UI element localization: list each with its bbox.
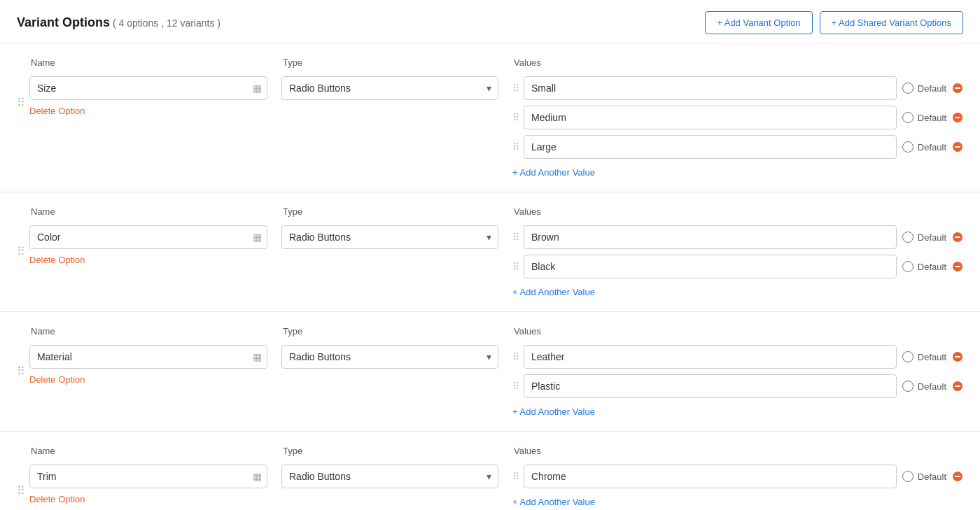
type-label-size: Type bbox=[283, 57, 500, 72]
value-drag-handle-color-1[interactable]: ⠿ bbox=[512, 262, 518, 271]
value-row-material-0: ⠿ Default bbox=[512, 345, 963, 369]
default-radio-group-size-1: Default bbox=[902, 112, 946, 123]
table-icon-trim: ▦ bbox=[253, 471, 262, 482]
name-input-material[interactable] bbox=[29, 345, 267, 369]
default-label-trim-0: Default bbox=[918, 472, 946, 482]
variant-section-material: Name Type Values ⠿ ▦ Delete Option Radio… bbox=[0, 312, 980, 432]
remove-value-button-color-0[interactable] bbox=[952, 232, 963, 243]
value-input-trim-0[interactable] bbox=[524, 465, 897, 488]
values-label-trim: Values bbox=[514, 446, 963, 460]
delete-option-material[interactable]: Delete Option bbox=[29, 374, 85, 385]
type-select-size[interactable]: Radio ButtonsDropdownSwatchesButtons bbox=[281, 76, 498, 100]
value-row-size-2: ⠿ Default bbox=[512, 135, 963, 159]
value-drag-handle-trim-0[interactable]: ⠿ bbox=[512, 472, 518, 481]
value-drag-handle-color-0[interactable]: ⠿ bbox=[512, 232, 518, 242]
remove-value-button-size-0[interactable] bbox=[952, 83, 963, 94]
value-input-size-1[interactable] bbox=[524, 106, 897, 129]
svg-rect-9 bbox=[955, 266, 960, 267]
default-radio-trim-0[interactable] bbox=[902, 471, 913, 482]
remove-value-button-material-0[interactable] bbox=[952, 351, 963, 362]
svg-rect-15 bbox=[955, 476, 960, 477]
svg-rect-5 bbox=[955, 146, 960, 148]
value-row-size-0: ⠿ Default bbox=[512, 76, 963, 100]
default-radio-group-color-1: Default bbox=[902, 261, 946, 272]
add-value-link-color[interactable]: + Add Another Value bbox=[512, 287, 595, 297]
drag-handle-material[interactable]: ⠿ bbox=[17, 360, 29, 377]
default-radio-material-1[interactable] bbox=[902, 381, 913, 392]
value-drag-handle-material-1[interactable]: ⠿ bbox=[512, 381, 518, 391]
value-row-material-1: ⠿ Default bbox=[512, 374, 963, 398]
value-input-material-1[interactable] bbox=[524, 374, 897, 398]
name-input-color[interactable] bbox=[29, 225, 267, 249]
variant-section-color: Name Type Values ⠿ ▦ Delete Option Radio… bbox=[0, 192, 980, 312]
svg-rect-7 bbox=[955, 236, 960, 238]
add-variant-option-button[interactable]: + Add Variant Option bbox=[705, 11, 812, 34]
name-input-trim[interactable] bbox=[29, 465, 267, 488]
name-label-trim: Name bbox=[31, 446, 269, 460]
type-label-material: Type bbox=[283, 326, 500, 341]
drag-handle-color[interactable]: ⠿ bbox=[17, 241, 29, 257]
delete-option-size[interactable]: Delete Option bbox=[29, 106, 85, 116]
value-input-material-0[interactable] bbox=[524, 345, 897, 369]
page-title: Variant Options bbox=[17, 15, 110, 29]
default-radio-material-0[interactable] bbox=[902, 351, 913, 362]
value-drag-handle-size-1[interactable]: ⠿ bbox=[512, 113, 518, 122]
variant-section-size: Name Type Values ⠿ ▦ Delete Option Radio… bbox=[0, 43, 980, 192]
name-input-size[interactable] bbox=[29, 76, 267, 100]
add-shared-variant-button[interactable]: + Add Shared Variant Options bbox=[820, 11, 963, 34]
svg-rect-13 bbox=[955, 385, 960, 387]
default-radio-size-2[interactable] bbox=[902, 141, 913, 153]
value-input-color-0[interactable] bbox=[524, 225, 897, 249]
value-drag-handle-size-2[interactable]: ⠿ bbox=[512, 142, 518, 152]
svg-rect-3 bbox=[955, 117, 960, 118]
type-select-material[interactable]: Radio ButtonsDropdownSwatchesButtons bbox=[281, 345, 498, 369]
add-value-link-size[interactable]: + Add Another Value bbox=[512, 167, 595, 178]
default-radio-color-0[interactable] bbox=[902, 232, 913, 243]
value-row-size-1: ⠿ Default bbox=[512, 106, 963, 129]
value-drag-handle-size-0[interactable]: ⠿ bbox=[512, 83, 518, 93]
remove-value-button-size-1[interactable] bbox=[952, 112, 963, 123]
default-radio-color-1[interactable] bbox=[902, 261, 913, 272]
header-buttons: + Add Variant Option + Add Shared Varian… bbox=[705, 11, 963, 34]
value-row-color-0: ⠿ Default bbox=[512, 225, 963, 249]
remove-value-button-color-1[interactable] bbox=[952, 261, 963, 272]
table-icon-material: ▦ bbox=[253, 351, 262, 362]
svg-rect-1 bbox=[955, 87, 960, 89]
add-value-link-material[interactable]: + Add Another Value bbox=[512, 406, 595, 417]
default-label-size-2: Default bbox=[918, 142, 946, 153]
default-label-size-0: Default bbox=[918, 83, 946, 94]
default-radio-group-trim-0: Default bbox=[902, 471, 946, 482]
page-title-group: Variant Options ( 4 options , 12 variant… bbox=[17, 15, 220, 30]
value-drag-handle-material-0[interactable]: ⠿ bbox=[512, 352, 518, 362]
values-label-color: Values bbox=[514, 206, 963, 221]
delete-option-trim[interactable]: Delete Option bbox=[29, 494, 85, 504]
type-label-color: Type bbox=[283, 206, 500, 221]
value-row-color-1: ⠿ Default bbox=[512, 255, 963, 278]
default-radio-group-size-2: Default bbox=[902, 141, 946, 153]
remove-value-button-size-2[interactable] bbox=[952, 141, 963, 153]
name-label-size: Name bbox=[31, 57, 269, 72]
default-label-color-0: Default bbox=[918, 232, 946, 243]
default-radio-size-0[interactable] bbox=[902, 83, 913, 94]
value-input-size-2[interactable] bbox=[524, 135, 897, 159]
default-label-size-1: Default bbox=[918, 113, 946, 123]
remove-value-button-material-1[interactable] bbox=[952, 381, 963, 392]
svg-rect-11 bbox=[955, 356, 960, 357]
value-input-color-1[interactable] bbox=[524, 255, 897, 278]
remove-value-button-trim-0[interactable] bbox=[952, 471, 963, 482]
default-label-material-1: Default bbox=[918, 381, 946, 392]
drag-handle-trim[interactable]: ⠿ bbox=[17, 480, 29, 497]
drag-handle-size[interactable]: ⠿ bbox=[17, 92, 29, 108]
table-icon-color: ▦ bbox=[253, 232, 262, 243]
delete-option-color[interactable]: Delete Option bbox=[29, 255, 85, 265]
page-title-meta: ( 4 options , 12 variants ) bbox=[113, 17, 220, 29]
type-label-trim: Type bbox=[283, 446, 500, 460]
default-radio-size-1[interactable] bbox=[902, 112, 913, 123]
type-select-color[interactable]: Radio ButtonsDropdownSwatchesButtons bbox=[281, 225, 498, 249]
default-radio-group-material-0: Default bbox=[902, 351, 946, 362]
default-radio-group-material-1: Default bbox=[902, 381, 946, 392]
add-value-link-trim[interactable]: + Add Another Value bbox=[512, 497, 595, 507]
value-input-size-0[interactable] bbox=[524, 76, 897, 100]
type-select-trim[interactable]: Radio ButtonsDropdownSwatchesButtons bbox=[281, 465, 498, 488]
page-header: Variant Options ( 4 options , 12 variant… bbox=[0, 0, 980, 43]
